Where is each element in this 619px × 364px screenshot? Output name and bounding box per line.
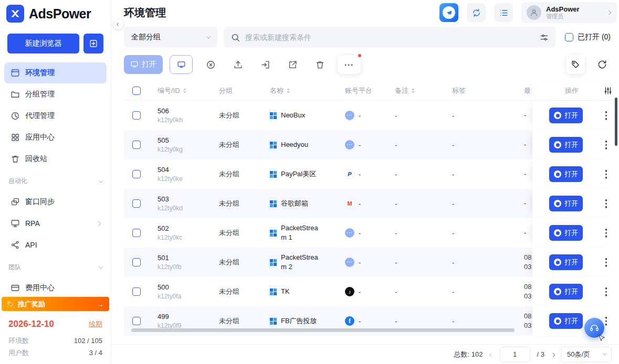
- advanced-filter-icon[interactable]: [539, 33, 549, 42]
- profile-id: k12ty0kg: [158, 146, 183, 153]
- section-automation[interactable]: 自动化: [0, 170, 111, 188]
- telegram-button[interactable]: [439, 3, 458, 22]
- row-more-menu[interactable]: [603, 109, 610, 122]
- share-export-button[interactable]: [283, 55, 302, 74]
- cell-name[interactable]: Heedyou: [270, 130, 343, 159]
- cell-name[interactable]: PayPal美区: [270, 159, 343, 189]
- sidebar-item-environments[interactable]: 环境管理: [4, 62, 107, 83]
- row-more-menu[interactable]: [603, 227, 610, 240]
- refresh-list-button[interactable]: [593, 55, 612, 74]
- open-profile-button[interactable]: 打开: [549, 284, 583, 299]
- sidebar-item-recycle-bin[interactable]: 回收站: [4, 148, 107, 169]
- sidebar-collapse-button[interactable]: [113, 19, 123, 29]
- row-checkbox[interactable]: [132, 199, 141, 208]
- cell-name[interactable]: PacketStream 1: [270, 218, 343, 248]
- select-all-checkbox[interactable]: [132, 87, 141, 95]
- batch-create-button[interactable]: [83, 34, 103, 53]
- sort-icon[interactable]: [183, 88, 186, 93]
- cell-platform: M -: [345, 189, 392, 218]
- column-note[interactable]: 备注: [395, 81, 442, 100]
- opened-checkbox[interactable]: [565, 33, 573, 41]
- table-row: 500 k12ty0fa 未分组 TK ♪ - - - 08 03 打: [124, 277, 619, 306]
- row-checkbox[interactable]: [132, 111, 141, 120]
- export-upload-button[interactable]: [228, 55, 247, 74]
- cell-actions: 打开: [532, 189, 619, 218]
- tag-manager-button[interactable]: [566, 55, 585, 74]
- sort-icon[interactable]: [287, 88, 290, 93]
- column-id[interactable]: 编号/ID: [158, 81, 216, 100]
- sidebar-item-rpa[interactable]: RPA: [4, 213, 107, 234]
- cell-actions: 打开: [532, 130, 619, 159]
- sidebar-item-app-center[interactable]: 应用中心: [4, 127, 107, 148]
- user-menu[interactable]: AdsPower 管理员: [521, 2, 617, 23]
- search-input[interactable]: [245, 33, 534, 41]
- open-profile-button[interactable]: 打开: [549, 254, 583, 270]
- monitor-robot-icon: [11, 219, 20, 228]
- prev-page-button[interactable]: [490, 350, 493, 358]
- open-profile-button[interactable]: 打开: [549, 137, 583, 153]
- open-profile-button[interactable]: 打开: [549, 196, 583, 211]
- profile-id: k12ty0ke: [158, 175, 183, 183]
- column-actions: 操作: [532, 81, 619, 100]
- sidebar-item-window-sync[interactable]: 窗口同步: [4, 191, 107, 212]
- more-actions-button[interactable]: ···: [338, 55, 361, 74]
- monitor-icon: [177, 60, 186, 69]
- open-window-mode-button[interactable]: [170, 55, 193, 74]
- row-checkbox[interactable]: [132, 287, 141, 296]
- row-checkbox[interactable]: [132, 258, 141, 266]
- row-checkbox[interactable]: [132, 141, 141, 149]
- user-name: AdsPower: [546, 6, 580, 13]
- row-more-menu[interactable]: [603, 138, 610, 152]
- row-more-menu[interactable]: [603, 197, 610, 210]
- sidebar-item-cost-center[interactable]: 费用中心: [4, 277, 107, 298]
- delete-button[interactable]: [310, 55, 329, 74]
- vertical-scrollbar[interactable]: [615, 98, 617, 146]
- trash-icon: [315, 60, 325, 70]
- next-page-button[interactable]: [551, 350, 554, 358]
- sidebar-item-groups[interactable]: 分组管理: [4, 84, 107, 105]
- sync-button[interactable]: [467, 3, 486, 22]
- env-count-stat: 环境数 102 / 105: [8, 335, 102, 347]
- row-checkbox[interactable]: [132, 170, 141, 178]
- open-profile-button[interactable]: 打开: [549, 225, 583, 241]
- cell-name[interactable]: 谷歌邮箱: [270, 189, 343, 218]
- cell-note: -: [395, 189, 442, 218]
- new-browser-button[interactable]: 新建浏览器: [7, 34, 79, 53]
- renew-link[interactable]: 续期: [89, 319, 102, 329]
- sidebar-item-api[interactable]: API: [4, 234, 107, 255]
- task-list-button[interactable]: [494, 3, 513, 22]
- cell-group: 未分组: [219, 130, 267, 159]
- cell-tag: -: [452, 248, 515, 277]
- opened-filter[interactable]: 已打开 (0): [565, 33, 611, 42]
- sort-icon[interactable]: [412, 88, 415, 93]
- import-button[interactable]: [256, 55, 275, 74]
- current-page-input[interactable]: 1: [500, 347, 530, 362]
- row-checkbox[interactable]: [132, 317, 141, 325]
- promo-rewards-banner[interactable]: 推广奖励 →: [2, 297, 109, 311]
- row-checkbox[interactable]: [132, 229, 141, 237]
- row-more-menu[interactable]: [603, 168, 610, 181]
- cell-name[interactable]: TK: [270, 277, 343, 306]
- sidebar-item-proxies[interactable]: 代理管理: [4, 105, 107, 126]
- open-profile-button[interactable]: 打开: [549, 313, 583, 329]
- bulk-open-button[interactable]: 打开: [124, 55, 163, 74]
- close-all-button[interactable]: [201, 55, 220, 74]
- column-settings-icon[interactable]: [603, 86, 613, 95]
- profile-number: 502: [158, 224, 169, 232]
- open-profile-button[interactable]: 打开: [549, 108, 583, 123]
- cell-tag: -: [452, 218, 515, 248]
- page-size-dropdown[interactable]: 50条/页: [561, 347, 612, 362]
- row-more-menu[interactable]: [603, 256, 610, 269]
- cell-name[interactable]: PacketStream 2: [270, 248, 343, 277]
- column-name[interactable]: 名称: [270, 81, 343, 100]
- windows-icon: [270, 200, 277, 207]
- monitor-icon: [130, 60, 139, 69]
- open-profile-button[interactable]: 打开: [549, 166, 583, 182]
- row-more-menu[interactable]: [603, 285, 610, 298]
- table-body: 506 k12ty0kh 未分组 NeoBux ··· - - - -: [124, 101, 619, 336]
- group-filter-dropdown[interactable]: 全部分组: [124, 27, 217, 48]
- refresh-icon: [597, 59, 607, 70]
- cell-name[interactable]: NeoBux: [270, 101, 343, 130]
- horizontal-scrollbar[interactable]: [131, 328, 515, 332]
- section-team[interactable]: 团队: [0, 256, 111, 274]
